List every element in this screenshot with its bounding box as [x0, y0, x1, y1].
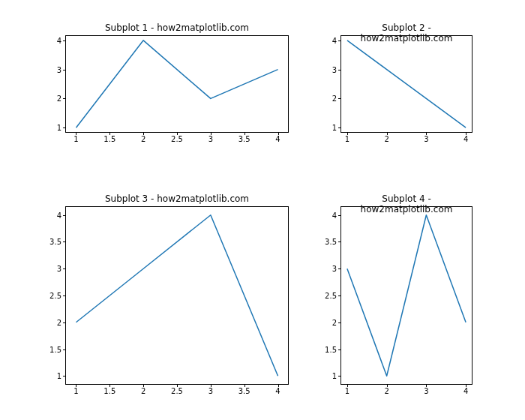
subplot-1-line — [66, 36, 288, 132]
y-tick-label: 3 — [57, 265, 66, 273]
subplot-2-line — [341, 36, 472, 132]
figure: Subplot 1 - how2matplotlib.com 123411.52… — [0, 0, 525, 420]
y-tick-label: 4 — [332, 211, 341, 219]
y-tick-label: 1.5 — [50, 345, 66, 353]
y-tick-label: 3.5 — [50, 238, 66, 246]
y-tick-label: 2 — [57, 318, 66, 326]
y-tick-label: 3 — [57, 65, 66, 74]
x-tick-label: 3 — [208, 132, 213, 143]
y-tick-label: 3 — [332, 265, 341, 273]
y-tick-label: 1 — [57, 124, 66, 132]
subplot-3-line — [66, 207, 288, 384]
y-tick-label: 1 — [57, 372, 66, 380]
y-tick-label: 1 — [332, 372, 341, 380]
x-tick-label: 4 — [464, 384, 468, 395]
x-tick-label: 1 — [345, 384, 350, 395]
y-tick-label: 4 — [332, 36, 341, 44]
y-tick-label: 1 — [332, 124, 341, 132]
y-tick-label: 4 — [57, 36, 66, 44]
x-tick-label: 2.5 — [171, 132, 183, 143]
y-tick-label: 2 — [332, 94, 341, 103]
subplot-3-title: Subplot 3 - how2matplotlib.com — [66, 194, 288, 204]
y-tick-label: 2 — [332, 318, 341, 326]
subplot-2: Subplot 2 - how2matplotlib.com 12341234 — [340, 35, 472, 133]
x-tick-label: 3 — [208, 384, 213, 395]
x-tick-label: 4 — [464, 132, 468, 143]
x-tick-label: 1 — [345, 132, 350, 143]
y-tick-label: 2.5 — [325, 292, 341, 300]
y-tick-label: 1.5 — [325, 345, 341, 353]
subplot-1-title: Subplot 1 - how2matplotlib.com — [66, 22, 288, 33]
x-tick-label: 2.5 — [171, 384, 183, 395]
x-tick-label: 1 — [74, 132, 78, 143]
x-tick-label: 1.5 — [104, 132, 116, 143]
x-tick-label: 1.5 — [104, 384, 116, 395]
x-tick-label: 3.5 — [238, 384, 250, 395]
x-tick-label: 2 — [384, 132, 388, 143]
y-tick-label: 2 — [57, 94, 66, 103]
y-tick-label: 2.5 — [50, 292, 66, 300]
y-tick-label: 4 — [57, 211, 66, 219]
subplot-4: Subplot 4 - how2matplotlib.com 11.522.53… — [340, 206, 472, 385]
x-tick-label: 2 — [141, 384, 146, 395]
subplot-1: Subplot 1 - how2matplotlib.com 123411.52… — [65, 35, 289, 133]
subplot-4-line — [341, 207, 472, 384]
subplot-3: Subplot 3 - how2matplotlib.com 11.522.53… — [65, 206, 289, 385]
y-tick-label: 3.5 — [325, 238, 341, 246]
x-tick-label: 4 — [275, 384, 280, 395]
x-tick-label: 1 — [74, 384, 78, 395]
x-tick-label: 4 — [275, 132, 280, 143]
x-tick-label: 2 — [141, 132, 146, 143]
x-tick-label: 3 — [424, 384, 428, 395]
x-tick-label: 3 — [424, 132, 428, 143]
x-tick-label: 2 — [384, 384, 388, 395]
y-tick-label: 3 — [332, 65, 341, 74]
x-tick-label: 3.5 — [238, 132, 250, 143]
